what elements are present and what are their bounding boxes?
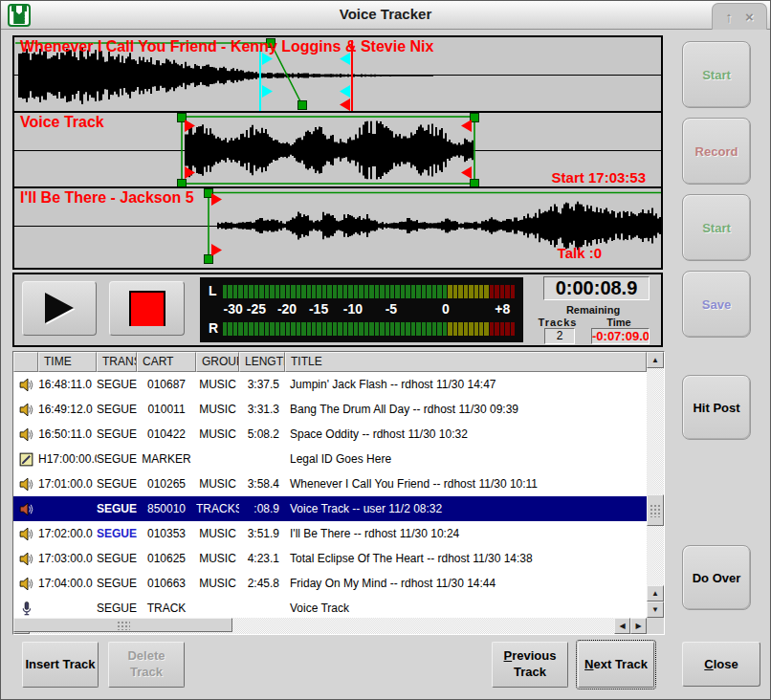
meter-segment xyxy=(443,285,447,298)
log-table-row[interactable]: 16:50:11.0SEGUE010422MUSIC5:08.2Space Od… xyxy=(13,422,647,447)
meter-segment xyxy=(354,322,358,336)
column-header-title[interactable]: TITLE xyxy=(285,352,647,372)
do-over-button[interactable]: Do Over xyxy=(682,545,751,610)
log-table-row[interactable]: 16:49:12.0SEGUE010011MUSIC3:31.3Bang The… xyxy=(13,397,647,422)
meter-segment xyxy=(380,285,384,298)
cell-length: 3:51.9 xyxy=(239,527,285,540)
meter-segment xyxy=(458,285,462,298)
meter-segment xyxy=(312,285,316,298)
cell-group: MUSIC xyxy=(196,477,239,491)
log-table-row[interactable]: SEGUE850010TRACKS:08.9Voice Track -- use… xyxy=(13,496,647,521)
stop-icon xyxy=(129,291,165,326)
talk-marker-arrow[interactable] xyxy=(262,85,273,98)
log-table-row[interactable]: 16:48:11.0SEGUE010687MUSIC3:37.5Jumpin' … xyxy=(13,372,647,397)
horizontal-scrollbar[interactable]: ◀ ◀ ▶ xyxy=(13,618,647,634)
meter-segment xyxy=(270,285,274,298)
meter-segment xyxy=(411,322,415,336)
note-icon xyxy=(13,451,38,468)
stop-button[interactable] xyxy=(109,281,185,336)
meter-scale-label: -25 xyxy=(247,301,266,317)
region-end-arrow[interactable] xyxy=(461,166,472,179)
region-end-arrow[interactable] xyxy=(461,120,472,132)
column-header-time[interactable]: TIME xyxy=(38,352,97,372)
save-button[interactable]: Save xyxy=(682,271,751,338)
column-header-icon[interactable] xyxy=(13,352,38,372)
cell-trans: SEGUE xyxy=(97,452,137,466)
cell-time: 17:03:00.0 xyxy=(38,552,97,565)
meter-segment xyxy=(375,322,379,336)
cell-group: TRACKS xyxy=(196,502,239,515)
scroll-right-button[interactable]: ▶ xyxy=(630,618,647,634)
hit-post-button[interactable]: Hit Post xyxy=(682,375,751,440)
cell-trans: SEGUE xyxy=(97,427,137,441)
scroll-up-button-bottom[interactable]: ▲ xyxy=(647,585,664,602)
start-track2-button[interactable]: Start xyxy=(682,194,751,261)
track-panel-next-song[interactable]: I'll Be There - Jackson 5 Talk :0 xyxy=(14,188,661,264)
log-table-row[interactable]: 17:04:00.0SEGUE010663MUSIC2:45.8Friday O… xyxy=(13,571,647,596)
next-track-button[interactable]: Next Track xyxy=(578,642,654,688)
track-panel-previous-song[interactable]: Whenever I Call You Friend - Kenny Loggi… xyxy=(14,37,661,113)
column-header-cart[interactable]: CART xyxy=(137,352,196,372)
meter-segment xyxy=(333,285,337,298)
meter-segment xyxy=(469,285,473,298)
scroll-down-button[interactable]: ▼ xyxy=(647,602,664,618)
region-handle[interactable] xyxy=(471,180,479,188)
song-start-arrow[interactable] xyxy=(211,244,222,256)
region-handle[interactable] xyxy=(178,180,187,188)
column-header-group[interactable]: GROUP xyxy=(196,352,239,372)
log-table-row[interactable]: 17:02:00.0SEGUE010353MUSIC3:51.9I'll Be … xyxy=(13,521,647,546)
cell-length: 2:45.8 xyxy=(239,577,285,590)
close-button[interactable]: Close xyxy=(682,642,760,687)
cell-trans: SEGUE xyxy=(97,577,137,590)
scroll-up-button[interactable]: ▲ xyxy=(647,352,664,368)
scroll-left-button-right[interactable]: ◀ xyxy=(614,618,630,634)
start-track1-button[interactable]: Start xyxy=(682,41,751,108)
meter-segment xyxy=(364,322,368,336)
cell-title: Legal ID Goes Here xyxy=(285,452,647,466)
previous-track-button[interactable]: Previous Track xyxy=(492,642,568,688)
shade-window-icon[interactable]: ↑ xyxy=(725,10,733,24)
meter-left-label: L xyxy=(209,283,217,298)
vertical-scrollbar[interactable]: ▲ ▲ ▼ xyxy=(647,352,664,618)
horizontal-scrollbar-thumb[interactable] xyxy=(13,618,232,632)
column-header-trans[interactable]: TRANS xyxy=(97,352,137,372)
play-icon xyxy=(42,293,77,325)
insert-track-button[interactable]: Insert Track xyxy=(22,642,99,688)
play-button[interactable] xyxy=(22,281,97,336)
log-table-row[interactable]: 17:01:00.0SEGUE010265MUSIC3:58.4Whenever… xyxy=(13,471,647,496)
record-button[interactable]: Record xyxy=(682,118,751,185)
log-table-row[interactable]: SEGUETRACKVoice Track xyxy=(13,596,647,618)
meter-segment xyxy=(390,285,394,298)
track2-title: Voice Track xyxy=(20,114,104,131)
track-panel-voice-track[interactable]: Voice Track Start 17:03:53 xyxy=(14,113,661,188)
meter-segment xyxy=(495,322,498,336)
log-table-row[interactable]: H17:00:00.0SEGUEMARKERLegal ID Goes Here xyxy=(13,447,647,471)
cell-time: 17:04:00.0 xyxy=(38,577,97,590)
titlebar[interactable]: Voice Tracker ↑ × xyxy=(1,1,770,30)
waveform-area: Whenever I Call You Friend - Kenny Loggi… xyxy=(12,35,663,270)
scroll-down-icon: ▼ xyxy=(651,606,659,614)
meter-segment xyxy=(406,322,409,336)
talk-end-arrow[interactable] xyxy=(340,85,350,98)
cell-title: Friday On My Mind -- rdhost 11/30 14:44 xyxy=(285,577,647,590)
delete-track-button[interactable]: Delete Track xyxy=(108,642,185,688)
meter-segment xyxy=(437,285,441,298)
meter-segment xyxy=(505,285,509,298)
meter-segment xyxy=(343,322,347,336)
meter-segment xyxy=(511,322,515,336)
thumb-grip xyxy=(650,504,661,517)
cell-length: :08.9 xyxy=(239,502,285,515)
song-start-arrow[interactable] xyxy=(211,193,222,206)
log-table-row[interactable]: 17:03:00.0SEGUE010625MUSIC4:23.1Total Ec… xyxy=(13,546,647,571)
meter-segment xyxy=(380,322,384,336)
meter-segment xyxy=(495,285,498,298)
column-header-length[interactable]: LENGTH xyxy=(239,352,285,372)
segue-marker-arrow[interactable] xyxy=(340,98,350,111)
voice-tracker-window: Voice Tracker ↑ × xyxy=(0,0,771,700)
meter-segment xyxy=(490,322,494,336)
vertical-scrollbar-thumb[interactable] xyxy=(647,494,664,526)
track3-title: I'll Be There - Jackson 5 xyxy=(20,189,194,207)
close-window-icon[interactable]: × xyxy=(745,10,754,24)
fade-handle[interactable] xyxy=(298,101,307,110)
meter-segment xyxy=(443,322,447,336)
